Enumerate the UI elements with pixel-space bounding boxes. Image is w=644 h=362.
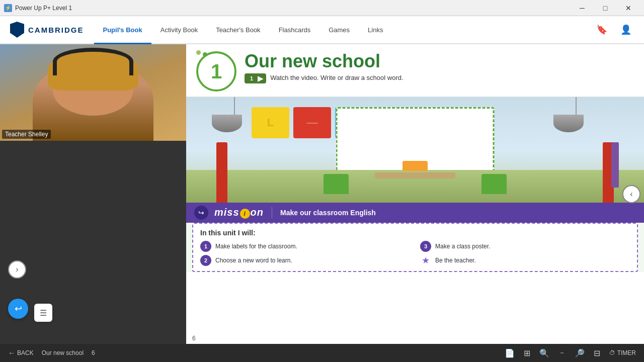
mission-item-2-text: Choose a new word to learn. bbox=[215, 257, 292, 264]
board-red: — bbox=[293, 107, 331, 138]
unit-circle: 1 bbox=[196, 51, 236, 92]
cambridge-logo: CAMBRIDGE bbox=[0, 22, 94, 38]
status-page-number: 6 bbox=[92, 349, 95, 356]
unit-dots bbox=[196, 49, 207, 57]
bookmark-button[interactable]: 🔖 bbox=[594, 22, 610, 38]
tab-activity-book[interactable]: Activity Book bbox=[151, 17, 207, 44]
classroom-floor bbox=[186, 170, 644, 203]
close-button[interactable]: ✕ bbox=[617, 0, 640, 16]
tab-links[interactable]: Links bbox=[359, 17, 392, 44]
mission-badge-2: 2 bbox=[200, 255, 211, 266]
mission-item-4-text: Be the teacher. bbox=[435, 257, 476, 264]
unit-title: Our new school bbox=[245, 51, 634, 71]
floating-action-button[interactable]: ↩ bbox=[8, 299, 28, 319]
webcam-view: Teacher Shelley bbox=[0, 44, 186, 141]
mission-badge-star: ★ bbox=[420, 255, 431, 266]
status-bar: ← BACK Our new school 6 📄 ⊞ 🔍 － 🔎 ⊟ ⏱ TI… bbox=[0, 344, 644, 362]
cambridge-shield-icon bbox=[10, 22, 24, 38]
title-bar: ⚡ Power Up P+ Level 1 ─ □ ✕ bbox=[0, 0, 644, 16]
timer-label: TIMER bbox=[617, 349, 636, 356]
activity-badge: 1 ▶ bbox=[245, 73, 266, 83]
activity-text: Watch the video. Write or draw a school … bbox=[270, 73, 403, 82]
tool-layout-button[interactable]: ⊞ bbox=[524, 348, 530, 358]
chair-right bbox=[481, 174, 507, 194]
sub-nav-button[interactable]: › bbox=[8, 260, 26, 279]
mission-item-4: ★ Be the teacher. bbox=[420, 255, 630, 266]
banner-divider bbox=[272, 207, 272, 218]
unit-title-block: Our new school 1 ▶ Watch the video. Writ… bbox=[245, 51, 634, 83]
tool-document-button[interactable]: 📄 bbox=[505, 348, 515, 358]
ceiling-light-left bbox=[226, 97, 242, 132]
mission-section: ↪ mission Make our classroom English In … bbox=[186, 203, 644, 272]
tool-zoom-in-button[interactable]: 🔍 bbox=[539, 348, 549, 358]
tab-flashcards[interactable]: Flashcards bbox=[270, 17, 320, 44]
mission-logo-text: mission bbox=[214, 207, 264, 219]
profile-button[interactable]: 👤 bbox=[618, 22, 634, 38]
mission-item-2: 2 Choose a new word to learn. bbox=[200, 255, 410, 266]
status-tools: 📄 ⊞ 🔍 － 🔎 ⊟ ⏱ TIMER bbox=[505, 348, 636, 358]
title-bar-left: ⚡ Power Up P+ Level 1 bbox=[4, 4, 72, 12]
tool-grid-button[interactable]: ⊟ bbox=[594, 348, 600, 358]
page-number: 6 bbox=[192, 335, 196, 342]
back-arrow-icon: ← bbox=[8, 349, 15, 357]
mission-item-1-text: Make labels for the classroom. bbox=[215, 243, 297, 250]
minimize-button[interactable]: ─ bbox=[571, 0, 594, 16]
teacher-label: Teacher Shelley bbox=[2, 130, 51, 139]
app-title: Power Up P+ Level 1 bbox=[15, 5, 72, 12]
pillar-left bbox=[216, 142, 227, 203]
tab-pupils-book[interactable]: Pupil's Book bbox=[94, 17, 151, 44]
mission-content: In this unit I will: 1 Make labels for t… bbox=[192, 223, 638, 272]
timer-icon: ⏱ bbox=[609, 349, 615, 356]
nav-right: 🔖 👤 bbox=[594, 22, 644, 38]
mission-heading: In this unit I will: bbox=[200, 229, 630, 237]
tab-teachers-book[interactable]: Teacher's Book bbox=[207, 17, 269, 44]
cambridge-logo-text: CAMBRIDGE bbox=[28, 26, 84, 34]
back-label: BACK bbox=[17, 349, 34, 356]
mission-banner: ↪ mission Make our classroom English bbox=[186, 203, 644, 223]
ceiling-light-right bbox=[568, 97, 584, 132]
timer-button[interactable]: ⏱ TIMER bbox=[609, 349, 636, 356]
right-sub-button[interactable]: ‹ bbox=[622, 185, 640, 203]
mission-item-1: 1 Make labels for the classroom. bbox=[200, 241, 410, 252]
desk-surface bbox=[375, 172, 455, 178]
mission-badge-1: 1 bbox=[200, 241, 211, 252]
tool-zoom-out-button[interactable]: － bbox=[558, 348, 566, 357]
mission-arrow-icon: ↪ bbox=[194, 206, 208, 220]
left-panel: Teacher Shelley ‹ › ↩ ☰ bbox=[0, 44, 186, 344]
activity-instruction: 1 ▶ Watch the video. Write or draw a sch… bbox=[245, 73, 634, 83]
right-arrows: › ‹ bbox=[619, 44, 644, 344]
page-header: 1 Our new school 1 ▶ Watch the video. Wr… bbox=[186, 44, 644, 97]
maximize-button[interactable]: □ bbox=[594, 0, 617, 16]
mission-items: 1 Make labels for the classroom. 3 Make … bbox=[200, 241, 630, 266]
back-button[interactable]: ← BACK bbox=[8, 349, 34, 357]
tab-games[interactable]: Games bbox=[319, 17, 359, 44]
mission-item-3: 3 Make a class poster. bbox=[420, 241, 630, 252]
hamburger-menu-button[interactable]: ☰ bbox=[34, 304, 52, 322]
unit-number: 1 bbox=[211, 60, 222, 83]
board-yellow: L bbox=[252, 107, 289, 138]
chair-left bbox=[324, 174, 349, 194]
main-layout: Teacher Shelley ‹ › ↩ ☰ 1 Our bbox=[0, 44, 644, 344]
mission-badge-3: 3 bbox=[420, 241, 431, 252]
classroom-illustration: L — — bbox=[186, 97, 644, 203]
content-area: 1 Our new school 1 ▶ Watch the video. Wr… bbox=[186, 44, 644, 344]
mission-item-3-text: Make a class poster. bbox=[435, 243, 490, 250]
window-controls: ─ □ ✕ bbox=[571, 0, 640, 16]
app-icon: ⚡ bbox=[4, 4, 12, 12]
book-page: 1 Our new school 1 ▶ Watch the video. Wr… bbox=[186, 44, 644, 344]
purple-element bbox=[611, 142, 619, 188]
desk-item bbox=[403, 161, 428, 171]
nav-bar: CAMBRIDGE Pupil's Book Activity Book Tea… bbox=[0, 16, 644, 44]
badge-number: 1 bbox=[248, 75, 256, 82]
nav-tabs: Pupil's Book Activity Book Teacher's Boo… bbox=[94, 16, 392, 43]
tool-search-button[interactable]: 🔎 bbox=[575, 348, 585, 358]
mission-banner-text: Make our classroom English bbox=[280, 209, 376, 217]
status-title: Our new school bbox=[42, 349, 84, 356]
